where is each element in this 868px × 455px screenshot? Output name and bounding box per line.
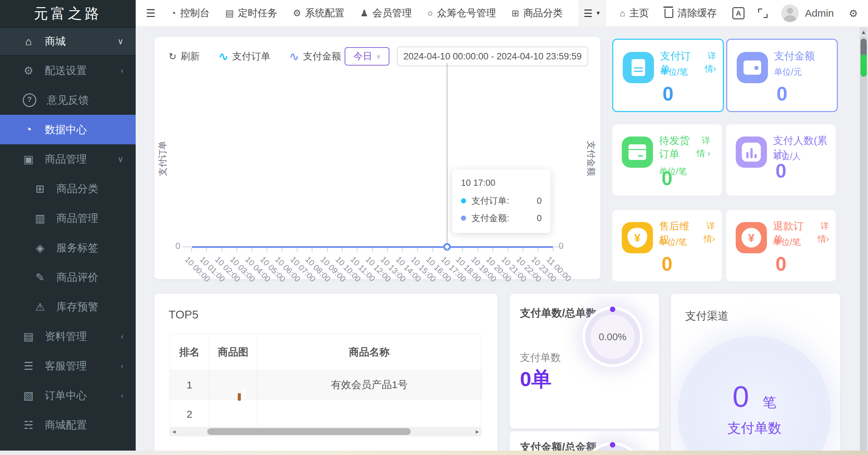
- sidebar-item-data-center[interactable]: ◔ 数据中心: [0, 115, 136, 144]
- translate-icon: A: [732, 7, 745, 19]
- home-icon: ⌂: [620, 8, 625, 19]
- detail-link[interactable]: 详情›: [698, 49, 716, 76]
- detail-link[interactable]: 详情 ›: [695, 134, 710, 161]
- sidebar-item-label: 商品分类: [56, 182, 98, 196]
- tick-mark: [312, 248, 312, 252]
- list-icon: ☰: [20, 360, 37, 372]
- stat-unit: 单位/笔: [660, 66, 688, 77]
- chart-tooltip: 10 17:00 支付订单: 0 支付金额: 0: [452, 169, 551, 233]
- settings-gear-icon[interactable]: ⚙: [849, 7, 858, 19]
- date-range-input[interactable]: 2024-04-10 00:00:00 - 2024-04-10 23:59:5…: [397, 47, 588, 66]
- tooltip-row: 支付订单: 0: [461, 195, 542, 207]
- sidebar-item-material-management[interactable]: ▤ 资料管理 ‹: [0, 322, 136, 351]
- nav-system-config[interactable]: ⚙ 系统配置: [293, 6, 345, 20]
- server-icon: ▤: [225, 8, 234, 19]
- gear-icon: ⚙: [293, 8, 301, 19]
- scroll-left-icon[interactable]: ◂: [170, 428, 178, 435]
- nav-home[interactable]: ⌂ 主页: [620, 6, 649, 20]
- left-axis-title: 支付订单: [157, 141, 169, 176]
- tick-mark: [206, 248, 207, 252]
- stat-value: 0: [612, 252, 722, 275]
- dashboard-icon: ◔: [171, 8, 176, 19]
- fullscreen-button[interactable]: [758, 8, 768, 18]
- channel-value-row: 0笔: [687, 379, 822, 414]
- stat-title: 待发货订单: [659, 134, 693, 161]
- ratio-gauge: 0.00%: [585, 309, 640, 364]
- nav-console[interactable]: ◔ 控制台: [171, 6, 210, 20]
- tick-mark: [553, 248, 554, 252]
- pay-orders-ratio-card: 支付单数/总单数 0.00% 支付单数 0单: [510, 294, 659, 429]
- nav-scheduled-tasks[interactable]: ▤ 定时任务: [225, 6, 277, 20]
- sidebar-item-label: 客服管理: [45, 359, 87, 373]
- sidebar-item-product-category[interactable]: ⊞ 商品分类: [0, 174, 136, 203]
- tick-mark: [387, 248, 388, 252]
- image-cell: [209, 370, 257, 400]
- sidebar-item-service-tags[interactable]: ◈ 服务标签: [0, 233, 136, 262]
- scrollbar-thumb[interactable]: [861, 39, 867, 77]
- channel-label: 支付单数: [687, 419, 822, 437]
- series-dot-icon: [461, 216, 466, 221]
- stat-unit: 单位/笔: [773, 236, 801, 248]
- stat-card-pay-orders: 支付订单 详情› 单位/笔 0: [612, 39, 724, 112]
- channel-unit: 笔: [763, 395, 776, 410]
- sidebar-item-delivery-settings[interactable]: ⚙ 配送设置 ‹: [0, 56, 136, 85]
- translate-button[interactable]: A: [732, 7, 745, 19]
- nav-member-management[interactable]: ♟ 会员管理: [360, 6, 412, 20]
- sidebar-item-label: 商品评价: [56, 270, 98, 285]
- gauge-marker-dot: [610, 442, 615, 448]
- menu-dropdown-button[interactable]: ☰ ▼: [578, 0, 606, 26]
- table-row[interactable]: 1 有效会员产品1号: [170, 370, 482, 400]
- channel-title: 支付渠道: [685, 309, 729, 324]
- nav-crowdfunding-management[interactable]: ○ 众筹仓号管理: [427, 6, 496, 20]
- column-rank: 排名: [170, 334, 209, 370]
- sidebar-item-label: 商城: [45, 34, 66, 49]
- dashboard-icon: ◔: [20, 123, 37, 136]
- sidebar-item-product-reviews[interactable]: ✎ 商品评价: [0, 262, 136, 292]
- refresh-button[interactable]: ↻ 刷新: [169, 50, 199, 63]
- tick-mark: [327, 248, 328, 252]
- name-cell: 有效会员产品1号: [257, 370, 482, 400]
- scroll-right-icon[interactable]: ▸: [473, 428, 482, 435]
- sidebar-item-mall-config[interactable]: ☵ 商城配置: [0, 410, 136, 440]
- sidebar-item-feedback[interactable]: ? 意见反馈: [0, 85, 136, 115]
- pencil-icon: ✎: [31, 271, 49, 284]
- horizontal-scrollbar[interactable]: ◂ ▸: [170, 427, 482, 436]
- table-row[interactable]: 2: [170, 400, 482, 429]
- detail-link[interactable]: 详情›: [811, 219, 829, 247]
- topnav-right: ☰ ▼ ⌂ 主页 清除缓存 A Admin ⚙: [578, 0, 868, 26]
- sidebar-item-mall[interactable]: ⌂ 商城 ∨: [0, 27, 136, 56]
- chevron-left-icon: ‹: [121, 66, 123, 75]
- refund-yen-icon: ¥: [736, 222, 767, 253]
- tick-mark: [447, 248, 448, 252]
- sidebar-item-product-management[interactable]: ▣ 商品管理 ∨: [0, 144, 136, 174]
- gears-icon: ⚙: [20, 64, 37, 77]
- tick-mark: [342, 248, 343, 252]
- chevron-down-icon: ∨: [377, 53, 381, 60]
- legend-pay-orders[interactable]: ∿ 支付订单: [218, 50, 270, 63]
- tick-mark: [267, 248, 267, 252]
- scroll-up-icon[interactable]: ▲: [860, 27, 867, 37]
- detail-link[interactable]: 详情›: [697, 219, 715, 247]
- gauge-marker-dot: [610, 307, 615, 312]
- range-select-button[interactable]: 今日 ∨: [345, 47, 389, 66]
- series-dot-icon: [461, 198, 466, 203]
- username[interactable]: Admin: [805, 7, 834, 19]
- desktop-edge-strip: [0, 451, 868, 455]
- sidebar-item-order-center[interactable]: ▧ 订单中心 ‹: [0, 381, 136, 410]
- scrollbar-track[interactable]: [178, 427, 473, 436]
- stat-card-pending-shipment: 待发货订单 详情 › 单位/笔 0: [612, 124, 722, 196]
- tick-mark: [357, 248, 358, 252]
- vertical-scrollbar[interactable]: ▲: [860, 27, 867, 451]
- sidebar-item-customer-service[interactable]: ☰ 客服管理 ‹: [0, 351, 136, 381]
- gauge-label: 支付单数: [520, 351, 561, 365]
- legend-pay-amount[interactable]: ∿ 支付金额: [289, 50, 341, 63]
- stat-value: 0: [613, 82, 723, 105]
- sidebar-item-stock-warning[interactable]: ⚠ 库存预警: [0, 292, 136, 322]
- sidebar-item-product-manage-sub[interactable]: ▥ 商品管理: [0, 203, 136, 233]
- hamburger-menu-icon[interactable]: ☰: [146, 7, 156, 20]
- scrollbar-thumb[interactable]: [207, 428, 411, 435]
- nav-product-category[interactable]: ⊞ 商品分类: [512, 6, 563, 20]
- nav-clear-cache[interactable]: 清除缓存: [664, 6, 717, 20]
- tick-mark: [372, 248, 373, 252]
- avatar[interactable]: [781, 4, 799, 22]
